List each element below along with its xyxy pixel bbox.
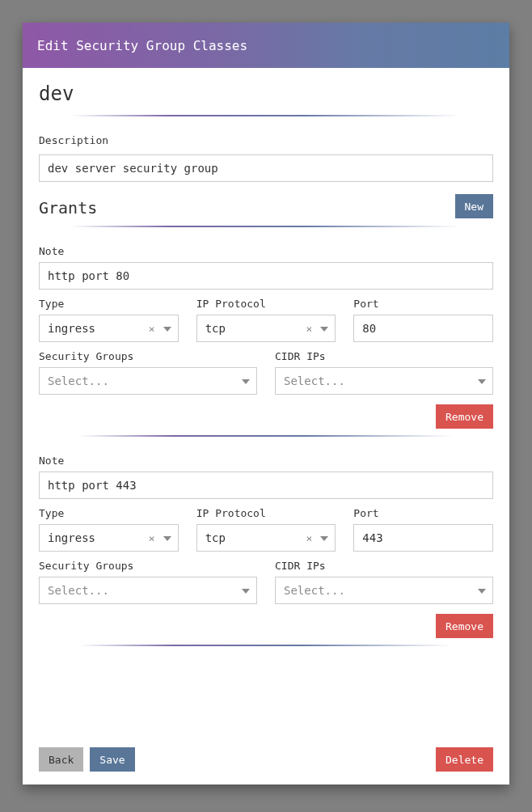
chevron-down-icon (163, 536, 171, 541)
chevron-down-icon (478, 379, 486, 384)
chevron-down-icon (320, 536, 328, 541)
new-grant-button[interactable]: New (455, 194, 493, 218)
sg-select[interactable]: Select... (39, 577, 257, 604)
chevron-down-icon (478, 589, 486, 594)
type-select[interactable]: ingress × (39, 524, 179, 552)
description-input[interactable]: dev server security group (39, 154, 493, 182)
divider (71, 226, 461, 227)
type-label: Type (39, 298, 179, 310)
note-label: Note (39, 245, 493, 257)
sg-placeholder: Select... (48, 374, 109, 387)
type-value: ingress (48, 322, 95, 335)
chevron-down-icon (320, 327, 328, 332)
cidr-placeholder: Select... (284, 374, 345, 387)
sg-label: Security Groups (39, 350, 257, 362)
proto-select[interactable]: tcp × (196, 524, 336, 552)
note-value: http port 80 (48, 269, 129, 282)
proto-label: IP Protocol (196, 298, 336, 310)
cidr-label: CIDR IPs (275, 560, 493, 572)
clear-icon[interactable]: × (306, 532, 313, 544)
delete-button[interactable]: Delete (436, 747, 493, 772)
cidr-label: CIDR IPs (275, 350, 493, 362)
note-input[interactable]: http port 80 (39, 262, 493, 290)
note-value: http port 443 (48, 479, 137, 492)
description-value: dev server security group (48, 162, 218, 175)
grant-block: Note http port 80 Type ingress × IP (39, 237, 493, 429)
description-label: Description (39, 134, 493, 146)
page-title: dev (39, 82, 493, 105)
divider (79, 435, 453, 437)
cidr-select[interactable]: Select... (275, 367, 493, 395)
proto-value: tcp (205, 322, 226, 335)
chevron-down-icon (163, 327, 171, 332)
titlebar: Edit Security Group Classes (23, 23, 509, 68)
port-label: Port (353, 507, 493, 519)
type-select[interactable]: ingress × (39, 315, 179, 342)
sg-select[interactable]: Select... (39, 367, 257, 395)
chevron-down-icon (242, 379, 250, 384)
back-button[interactable]: Back (39, 747, 83, 772)
divider (71, 115, 461, 116)
port-input[interactable]: 443 (353, 524, 493, 552)
note-input[interactable]: http port 443 (39, 472, 493, 499)
window: Edit Security Group Classes dev Descript… (23, 23, 509, 785)
grants-title: Grants (39, 198, 97, 218)
body: dev Description dev server security grou… (23, 68, 509, 738)
cidr-select[interactable]: Select... (275, 577, 493, 604)
sg-placeholder: Select... (48, 584, 109, 597)
sg-label: Security Groups (39, 560, 257, 572)
footer: Back Save Delete (23, 738, 509, 785)
port-label: Port (353, 298, 493, 310)
note-label: Note (39, 455, 493, 467)
divider (79, 645, 453, 646)
proto-label: IP Protocol (196, 507, 336, 519)
port-input[interactable]: 80 (353, 315, 493, 342)
proto-value: tcp (205, 531, 226, 544)
chevron-down-icon (242, 589, 250, 594)
clear-icon[interactable]: × (306, 323, 313, 335)
remove-grant-button[interactable]: Remove (436, 614, 493, 638)
port-value: 443 (362, 531, 382, 544)
clear-icon[interactable]: × (149, 323, 155, 335)
save-button[interactable]: Save (90, 747, 134, 772)
clear-icon[interactable]: × (149, 532, 155, 544)
port-value: 80 (362, 322, 376, 335)
grant-block: Note http port 443 Type ingress × IP (39, 446, 493, 638)
proto-select[interactable]: tcp × (196, 315, 336, 342)
type-label: Type (39, 507, 179, 519)
window-title: Edit Security Group Classes (37, 38, 247, 53)
cidr-placeholder: Select... (284, 584, 345, 597)
remove-grant-button[interactable]: Remove (436, 404, 493, 429)
type-value: ingress (48, 531, 95, 544)
